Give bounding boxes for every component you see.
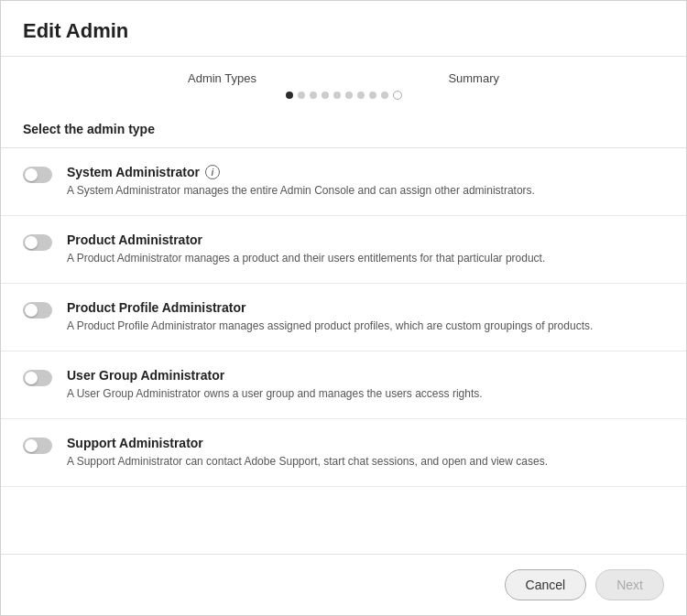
step-dot-9 <box>381 92 388 99</box>
admin-desc-product-profile: A Product Profile Administrator manages … <box>67 318 664 334</box>
admin-desc-support: A Support Administrator can contact Adob… <box>67 453 664 470</box>
admin-info-system: System Administrator i A System Administ… <box>67 165 664 199</box>
toggle-track <box>23 234 52 251</box>
step-dot-3 <box>310 92 317 99</box>
section-heading: Select the admin type <box>1 109 686 148</box>
admin-type-item-product: Product Administrator A Product Administ… <box>1 216 686 284</box>
admin-type-list: System Administrator i A System Administ… <box>1 148 686 554</box>
toggle-thumb <box>25 439 38 452</box>
modal-header: Edit Admin <box>1 1 686 57</box>
toggle-thumb <box>25 236 38 249</box>
admin-name-product: Product Administrator <box>67 232 664 247</box>
toggle-product-administrator[interactable] <box>23 234 52 251</box>
toggle-track <box>23 167 52 183</box>
cancel-button[interactable]: Cancel <box>505 569 587 600</box>
stepper-dots <box>286 91 402 100</box>
admin-name-support: Support Administrator <box>67 436 664 450</box>
toggle-track <box>23 438 52 454</box>
admin-type-item-system: System Administrator i A System Administ… <box>1 148 686 216</box>
admin-desc-user-group: A User Group Administrator owns a user g… <box>67 385 664 402</box>
toggle-thumb <box>25 304 38 317</box>
info-icon-system[interactable]: i <box>205 165 220 179</box>
toggle-track <box>23 302 52 319</box>
step-dot-6 <box>345 92 353 99</box>
next-button[interactable]: Next <box>595 569 664 600</box>
admin-desc-system: A System Administrator manages the entir… <box>67 182 664 199</box>
toggle-product-wrap[interactable] <box>23 232 52 251</box>
admin-type-item-support: Support Administrator A Support Administ… <box>1 419 686 487</box>
admin-info-product: Product Administrator A Product Administ… <box>67 232 664 266</box>
step-dot-10 <box>393 91 402 100</box>
step-dot-4 <box>322 92 329 99</box>
toggle-user-group-wrap[interactable] <box>23 368 52 386</box>
admin-name-user-group: User Group Administrator <box>67 368 664 383</box>
toggle-user-group-administrator[interactable] <box>23 370 52 386</box>
step-dot-1 <box>286 92 293 99</box>
modal-title: Edit Admin <box>23 19 664 43</box>
stepper-labels: Admin Types Summary <box>188 71 499 85</box>
step2-label: Summary <box>448 71 499 85</box>
edit-admin-modal: Edit Admin Admin Types Summary Select th… <box>0 0 687 616</box>
toggle-system-wrap[interactable] <box>23 165 52 183</box>
modal-footer: Cancel Next <box>1 554 686 615</box>
toggle-support-wrap[interactable] <box>23 436 52 454</box>
step-dot-2 <box>298 92 305 99</box>
step-dot-7 <box>357 92 365 99</box>
toggle-product-profile-wrap[interactable] <box>23 300 52 319</box>
admin-info-support: Support Administrator A Support Administ… <box>67 436 664 470</box>
toggle-thumb <box>25 168 38 181</box>
admin-name-system: System Administrator i <box>67 165 664 179</box>
admin-name-product-profile: Product Profile Administrator <box>67 300 664 315</box>
admin-desc-product: A Product Administrator manages a produc… <box>67 250 664 266</box>
step-dot-5 <box>333 92 341 99</box>
toggle-product-profile-administrator[interactable] <box>23 302 52 319</box>
admin-type-item-product-profile: Product Profile Administrator A Product … <box>1 284 686 351</box>
toggle-track <box>23 370 52 386</box>
toggle-support-administrator[interactable] <box>23 438 52 454</box>
stepper-section: Admin Types Summary <box>1 57 686 109</box>
admin-info-user-group: User Group Administrator A User Group Ad… <box>67 368 664 402</box>
toggle-thumb <box>25 372 38 384</box>
admin-type-item-user-group: User Group Administrator A User Group Ad… <box>1 351 686 419</box>
admin-info-product-profile: Product Profile Administrator A Product … <box>67 300 664 334</box>
step-dot-8 <box>369 92 376 99</box>
toggle-system-administrator[interactable] <box>23 167 52 183</box>
step1-label: Admin Types <box>188 71 256 85</box>
